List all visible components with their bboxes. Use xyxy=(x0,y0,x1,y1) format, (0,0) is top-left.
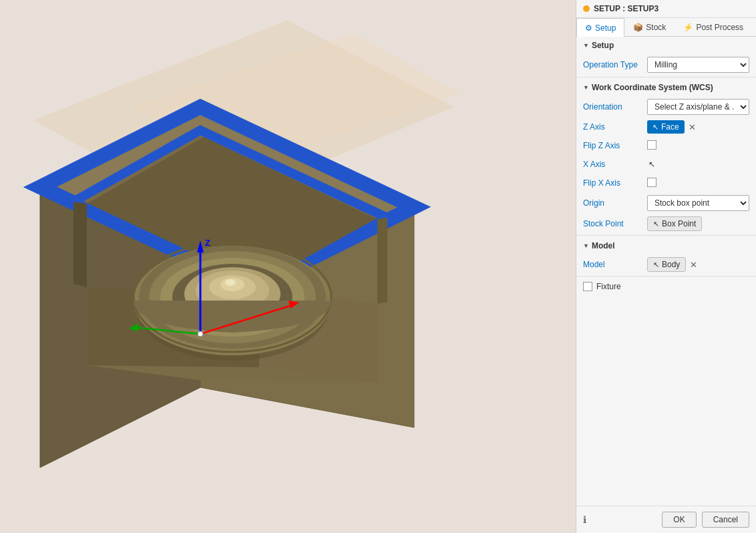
operation-type-control: Milling xyxy=(647,57,749,73)
ok-button[interactable]: OK xyxy=(662,512,696,528)
setup-tab-icon: ⚙ xyxy=(585,23,592,33)
svg-point-34 xyxy=(198,331,203,337)
flip-z-row: Flip Z Axis xyxy=(576,136,756,155)
z-axis-clear-button[interactable]: ✕ xyxy=(687,122,697,132)
z-axis-face-button[interactable]: ↖ Face xyxy=(647,120,685,134)
origin-row: Origin Stock box point Model origin Fixe… xyxy=(576,192,756,214)
tab-bar: ⚙ Setup 📦 Stock ⚡ Post Process xyxy=(576,18,756,37)
tab-post-process[interactable]: ⚡ Post Process xyxy=(675,18,752,36)
orientation-select[interactable]: Select Z axis/plane & ... xyxy=(647,99,749,115)
wcs-section-label: Work Coordinate System (WCS) xyxy=(592,83,713,92)
flip-x-control xyxy=(647,178,749,189)
origin-label: Origin xyxy=(583,198,643,208)
stock-point-label: Stock Point xyxy=(583,219,643,228)
model-clear-button[interactable]: ✕ xyxy=(689,260,699,270)
svg-marker-9 xyxy=(73,202,87,287)
model-control: ↖ Body ✕ xyxy=(647,257,749,272)
operation-type-label: Operation Type xyxy=(583,60,643,69)
svg-text:Z: Z xyxy=(205,238,210,248)
info-icon[interactable]: ℹ xyxy=(583,514,586,525)
x-axis-label: X Axis xyxy=(583,160,643,169)
svg-point-26 xyxy=(225,279,236,286)
tab-setup[interactable]: ⚙ Setup xyxy=(576,18,624,37)
panel-title: SETUP : SETUP3 xyxy=(594,4,658,13)
x-axis-control: ↖ xyxy=(647,158,749,170)
operation-type-select[interactable]: Milling xyxy=(647,57,749,73)
wcs-section-header[interactable]: ▼ Work Coordinate System (WCS) xyxy=(576,79,756,96)
setup-section-header[interactable]: ▼ Setup xyxy=(576,37,756,54)
z-axis-control: ↖ Face ✕ xyxy=(647,120,749,134)
origin-select[interactable]: Stock box point Model origin Fixed point xyxy=(647,195,749,211)
stock-point-button[interactable]: ↖ Box Point xyxy=(647,216,702,231)
setup-collapse-icon: ▼ xyxy=(583,42,589,49)
cancel-button[interactable]: Cancel xyxy=(702,512,749,528)
fixture-label: Fixture xyxy=(596,282,621,291)
post-process-tab-icon: ⚡ xyxy=(683,23,693,32)
stock-point-cursor-icon: ↖ xyxy=(653,220,659,228)
setup-tab-label: Setup xyxy=(595,23,616,33)
3d-scene-svg: Z xyxy=(0,0,467,481)
stock-tab-icon: 📦 xyxy=(633,23,643,32)
model-section-label: Model xyxy=(592,241,615,250)
orientation-row: Orientation Select Z axis/plane & ... xyxy=(576,96,756,118)
stock-point-row: Stock Point ↖ Box Point xyxy=(576,214,756,234)
post-process-tab-label: Post Process xyxy=(696,23,743,32)
model-section-header[interactable]: ▼ Model xyxy=(576,237,756,254)
stock-point-control: ↖ Box Point xyxy=(647,216,749,231)
wcs-collapse-icon: ▼ xyxy=(583,84,589,91)
tab-stock[interactable]: 📦 Stock xyxy=(624,18,675,36)
cursor-icon: ↖ xyxy=(652,123,658,132)
model-cursor-icon: ↖ xyxy=(653,260,659,269)
origin-control: Stock box point Model origin Fixed point xyxy=(647,195,749,211)
orientation-control: Select Z axis/plane & ... xyxy=(647,99,749,115)
x-axis-row: X Axis ↖ xyxy=(576,155,756,174)
model-section: ▼ Model Model ↖ Body ✕ xyxy=(576,237,756,275)
fixture-row: Fixture xyxy=(576,278,756,295)
z-axis-label: Z Axis xyxy=(583,122,643,132)
model-row: Model ↖ Body ✕ xyxy=(576,254,756,275)
scene-container: Z xyxy=(0,0,576,533)
flip-z-label: Flip Z Axis xyxy=(583,141,643,150)
model-body-button[interactable]: ↖ Body xyxy=(647,257,686,272)
viewport-3d[interactable]: Z xyxy=(0,0,576,533)
flip-z-control xyxy=(647,140,749,152)
flip-x-label: Flip X Axis xyxy=(583,178,643,188)
x-axis-select-button[interactable]: ↖ xyxy=(647,158,656,170)
stock-point-value: Box Point xyxy=(662,219,696,228)
model-value: Body xyxy=(662,260,680,269)
z-axis-row: Z Axis ↖ Face ✕ xyxy=(576,118,756,136)
flip-x-checkbox[interactable] xyxy=(647,178,656,187)
wcs-section: ▼ Work Coordinate System (WCS) Orientati… xyxy=(576,79,756,234)
stock-tab-label: Stock xyxy=(646,23,666,32)
x-axis-cursor-icon: ↖ xyxy=(648,160,655,169)
panel-header: SETUP : SETUP3 xyxy=(576,0,756,18)
model-label: Model xyxy=(583,260,643,269)
setup-section: ▼ Setup Operation Type Milling xyxy=(576,37,756,75)
right-panel: SETUP : SETUP3 ⚙ Setup 📦 Stock ⚡ Post Pr… xyxy=(576,0,756,533)
operation-type-row: Operation Type Milling xyxy=(576,54,756,75)
setup-section-label: Setup xyxy=(592,41,614,50)
flip-x-row: Flip X Axis xyxy=(576,174,756,192)
status-dot xyxy=(583,5,590,12)
svg-marker-10 xyxy=(377,218,387,304)
fixture-checkbox[interactable] xyxy=(583,282,592,291)
z-axis-face-label: Face xyxy=(661,122,679,132)
flip-z-checkbox[interactable] xyxy=(647,140,656,150)
panel-footer: ℹ OK Cancel xyxy=(576,506,756,533)
orientation-label: Orientation xyxy=(583,102,643,112)
model-collapse-icon: ▼ xyxy=(583,242,589,249)
